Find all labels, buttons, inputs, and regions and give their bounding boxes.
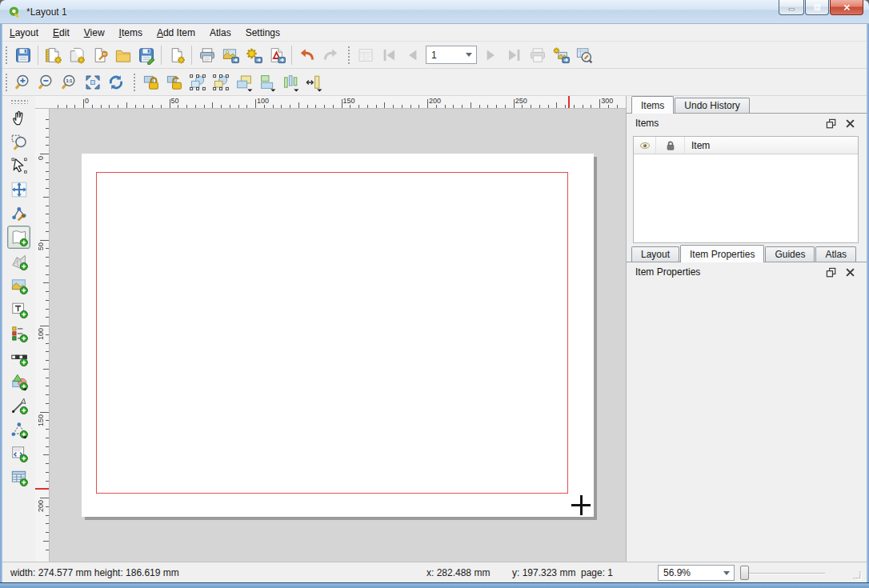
add-label-button[interactable] xyxy=(7,298,30,321)
toolbar-drag-handle[interactable] xyxy=(10,99,28,104)
layout-manager-button[interactable] xyxy=(89,44,110,66)
group-items-button[interactable] xyxy=(186,71,208,93)
duplicate-layout-button[interactable] xyxy=(66,44,87,66)
resize-selected-items-button[interactable] xyxy=(302,71,324,93)
export-as-image-button[interactable] xyxy=(219,44,241,66)
float-panel-icon[interactable] xyxy=(824,266,838,279)
menu-items[interactable]: Items xyxy=(112,25,150,41)
ruler-tick xyxy=(238,105,239,108)
menu-settings[interactable]: Settings xyxy=(238,25,287,41)
horizontal-ruler[interactable]: 050100150200250300 xyxy=(35,96,626,109)
toolbar-drag-handle[interactable] xyxy=(132,73,137,92)
edit-nodes-item-button[interactable] xyxy=(7,202,30,225)
refresh-view-button[interactable] xyxy=(105,71,126,93)
column-padlock-icon xyxy=(656,137,685,154)
window-controls xyxy=(778,0,863,15)
dock-tab-item-properties[interactable]: Item Properties xyxy=(680,245,764,262)
add-arrow-button[interactable] xyxy=(7,394,30,417)
zoom-actual-button[interactable]: 1:1 xyxy=(58,71,80,93)
ruler-tick xyxy=(591,105,591,108)
zoom-tool-icon xyxy=(10,132,29,151)
vertical-ruler[interactable]: 050100150200 xyxy=(35,109,50,562)
add-3d-map-button[interactable] xyxy=(7,250,30,273)
toolbar-drag-handle[interactable] xyxy=(4,73,9,92)
menu-view[interactable]: View xyxy=(77,25,112,41)
zoom-level-combo[interactable]: 56.9% xyxy=(658,565,735,581)
pan-layout-button[interactable] xyxy=(7,106,30,129)
zoom-in-icon xyxy=(14,73,33,92)
atlas-settings-button[interactable] xyxy=(573,44,595,66)
dock-tab-items[interactable]: Items xyxy=(631,96,674,114)
zoom-full-button[interactable] xyxy=(82,71,103,93)
select-move-item-button[interactable] xyxy=(7,154,30,177)
add-map-button[interactable] xyxy=(7,226,30,249)
menu-add-item[interactable]: Add Item xyxy=(150,25,202,41)
ruler-tick xyxy=(46,222,49,223)
ruler-tick xyxy=(152,105,153,108)
undo-button[interactable] xyxy=(296,44,318,66)
cursor-position-marker xyxy=(35,488,49,490)
add-picture-button[interactable] xyxy=(7,274,30,297)
resize-grip[interactable] xyxy=(851,570,862,580)
save-project-button[interactable] xyxy=(12,44,34,66)
menu-edit[interactable]: Edit xyxy=(46,25,77,41)
close-panel-icon[interactable] xyxy=(843,266,857,279)
ruler-tick xyxy=(46,394,49,395)
float-panel-icon[interactable] xyxy=(824,117,838,130)
zoom-out-button[interactable] xyxy=(35,71,57,93)
export-as-pdf-icon xyxy=(267,46,286,65)
ruler-tick xyxy=(264,105,265,108)
unlock-all-button[interactable] xyxy=(163,71,185,93)
export-atlas-button[interactable] xyxy=(550,44,571,66)
titlebar[interactable]: *Layout 1 xyxy=(0,0,869,24)
toolbar-drag-handle[interactable] xyxy=(4,46,9,65)
group-items-icon xyxy=(188,73,207,92)
atlas-page-combo[interactable]: 1 xyxy=(426,46,477,64)
new-layout-button[interactable] xyxy=(42,44,64,66)
save-as-template-button[interactable] xyxy=(135,44,157,66)
ruler-tick xyxy=(46,291,49,292)
align-selected-items-button[interactable] xyxy=(256,71,278,93)
dock-tab-guides[interactable]: Guides xyxy=(765,246,815,262)
ruler-tick xyxy=(46,403,49,404)
export-as-pdf-button[interactable] xyxy=(266,44,287,66)
zoom-in-button[interactable] xyxy=(12,71,34,93)
move-item-content-button[interactable] xyxy=(7,178,30,201)
ruler-tick xyxy=(358,105,359,108)
ruler-label: 100 xyxy=(37,328,45,340)
close-panel-icon[interactable] xyxy=(843,117,857,130)
minimize-button[interactable] xyxy=(779,0,804,15)
ruler-tick xyxy=(46,119,49,120)
add-attribute-table-button[interactable] xyxy=(7,466,30,489)
lock-selected-items-button[interactable] xyxy=(140,71,162,93)
print-atlas-icon xyxy=(528,46,547,65)
add-items-from-template-button[interactable] xyxy=(166,44,187,66)
add-scale-bar-button[interactable] xyxy=(7,346,30,369)
add-legend-button[interactable] xyxy=(7,322,30,345)
ungroup-items-button[interactable] xyxy=(210,71,231,93)
zoom-slider-handle[interactable] xyxy=(740,566,749,580)
close-button[interactable] xyxy=(830,0,863,15)
items-tree[interactable]: Item xyxy=(633,136,859,243)
load-from-template-button[interactable] xyxy=(112,44,134,66)
add-html-button[interactable] xyxy=(7,442,30,465)
window-title: *Layout 1 xyxy=(26,0,67,24)
refresh-view-icon xyxy=(106,73,126,92)
export-as-svg-button[interactable] xyxy=(242,44,264,66)
zoom-tool-button[interactable] xyxy=(7,130,30,153)
zoom-slider-track[interactable] xyxy=(740,573,825,574)
toolbar-drag-handle[interactable] xyxy=(346,46,351,65)
add-node-item-button[interactable] xyxy=(7,418,30,441)
add-shape-button[interactable] xyxy=(7,370,30,393)
dock-tab-undo-history[interactable]: Undo History xyxy=(675,98,749,113)
dock-tab-layout[interactable]: Layout xyxy=(631,246,679,262)
layout-canvas[interactable] xyxy=(50,109,626,562)
ruler-tick xyxy=(307,105,308,108)
print-layout-button[interactable] xyxy=(196,44,218,66)
menu-layout[interactable]: Layout xyxy=(2,25,46,41)
raise-selected-items-button[interactable] xyxy=(233,71,254,93)
restore-button[interactable] xyxy=(805,0,829,15)
distribute-selected-items-button[interactable] xyxy=(279,71,301,93)
menu-atlas[interactable]: Atlas xyxy=(202,25,238,41)
dock-tab-atlas[interactable]: Atlas xyxy=(815,246,856,262)
